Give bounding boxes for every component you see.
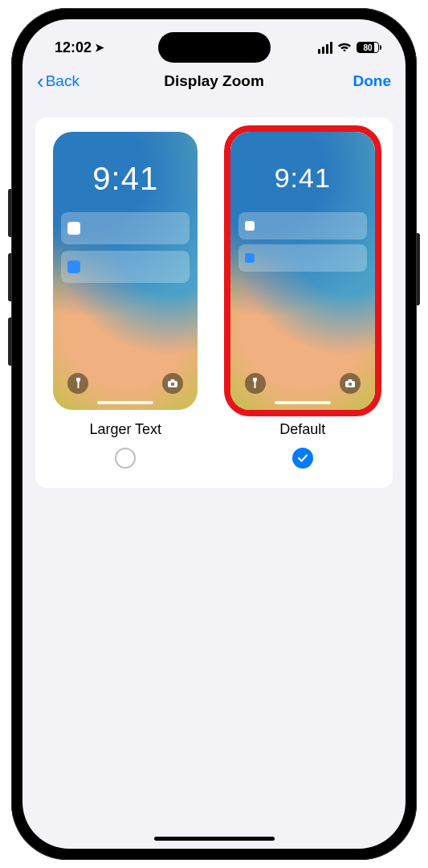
svg-rect-2: [171, 379, 175, 382]
svg-point-1: [171, 382, 175, 386]
preview-wrap-larger: 9:41: [53, 132, 198, 410]
camera-icon: [340, 373, 361, 394]
app-icon-placeholder: [67, 260, 80, 273]
svg-point-4: [348, 382, 352, 386]
option-label: Default: [279, 421, 325, 438]
zoom-options-card: 9:41 Larger Text: [35, 117, 393, 488]
preview-notification: [238, 212, 367, 240]
flashlight-icon: [67, 373, 88, 394]
preview-home-indicator: [97, 401, 153, 404]
preview-larger-text[interactable]: 9:41: [53, 132, 198, 410]
back-label: Back: [46, 72, 79, 90]
preview-time: 9:41: [230, 162, 375, 194]
screen: 12:02 ➤ 80 ‹ Back Disp: [22, 19, 406, 849]
radio-checked[interactable]: [292, 448, 313, 469]
preview-home-indicator: [275, 401, 331, 404]
option-larger-text[interactable]: 9:41 Larger Text: [48, 132, 203, 469]
flashlight-icon: [245, 373, 266, 394]
status-right: 80: [318, 42, 381, 54]
option-label: Larger Text: [89, 421, 161, 438]
cellular-signal-icon: [318, 42, 332, 54]
preview-notification: [238, 244, 367, 272]
home-indicator[interactable]: [154, 837, 275, 841]
radio-unchecked[interactable]: [115, 448, 136, 469]
page-title: Display Zoom: [22, 72, 406, 90]
preview-notification: [61, 251, 190, 283]
back-button[interactable]: ‹ Back: [37, 71, 79, 92]
content-area: 9:41 Larger Text: [22, 103, 406, 849]
preview-wrap-default: 9:41: [230, 132, 375, 410]
camera-icon: [162, 373, 183, 394]
app-icon-placeholder: [245, 221, 255, 231]
svg-rect-5: [348, 379, 352, 382]
battery-percent: 80: [363, 43, 372, 52]
battery-icon: 80: [357, 42, 381, 53]
wifi-icon: [337, 42, 352, 53]
app-icon-placeholder: [67, 222, 80, 235]
done-button[interactable]: Done: [353, 72, 392, 90]
checkmark-icon: [297, 452, 308, 464]
preview-notification: [61, 212, 190, 244]
preview-default[interactable]: 9:41: [230, 132, 375, 410]
status-time: 12:02: [55, 39, 92, 56]
chevron-left-icon: ‹: [37, 71, 44, 92]
option-default[interactable]: 9:41 Default: [226, 132, 381, 469]
app-icon-placeholder: [245, 253, 255, 263]
iphone-device-frame: 12:02 ➤ 80 ‹ Back Disp: [11, 8, 417, 860]
nav-bar: ‹ Back Display Zoom Done: [22, 64, 406, 103]
location-arrow-icon: ➤: [95, 41, 104, 54]
dynamic-island: [158, 32, 271, 63]
preview-time: 9:41: [53, 161, 198, 197]
status-left: 12:02 ➤: [55, 39, 104, 56]
